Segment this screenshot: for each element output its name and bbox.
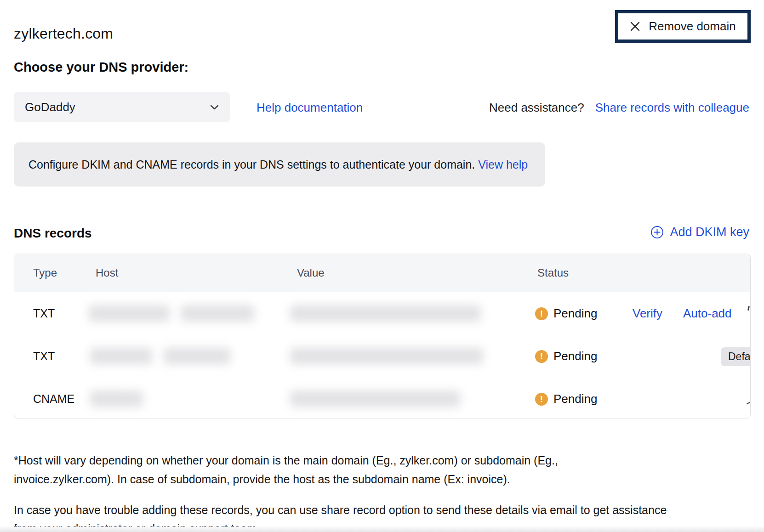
- redacted-host-value: [89, 305, 170, 322]
- share-records-link[interactable]: Share records with colleague: [595, 101, 749, 115]
- close-icon: [630, 21, 640, 32]
- record-type: TXT: [33, 335, 55, 378]
- remove-domain-button[interactable]: Remove domain: [625, 19, 740, 34]
- provider-heading: Choose your DNS provider:: [14, 60, 188, 75]
- table-row: TXT Pending Verify Auto-add: [14, 292, 750, 335]
- redacted-host-value: [181, 305, 254, 322]
- dns-provider-select[interactable]: GoDaddy: [14, 92, 230, 122]
- auto-add-link[interactable]: Auto-add: [683, 292, 732, 335]
- dns-records-heading: DNS records: [14, 226, 92, 241]
- table-header-row: Type Host Value Status: [14, 254, 750, 292]
- dkim-info-banner: Configure DKIM and CNAME records in your…: [14, 142, 545, 187]
- table-row: CNAME Pending: [14, 378, 750, 419]
- assistance-row: Need assistance? Share records with coll…: [489, 101, 749, 115]
- table-row: TXT Pending Default: [14, 335, 750, 378]
- help-documentation-link[interactable]: Help documentation: [257, 101, 363, 115]
- status-badge: Pending: [535, 292, 597, 335]
- host-note-text: *Host will vary depending on whether you…: [14, 451, 657, 489]
- redacted-host-value: [90, 391, 143, 407]
- default-tag: Default: [721, 347, 751, 366]
- verify-link[interactable]: Verify: [633, 292, 662, 335]
- plus-circle-icon: [650, 226, 664, 239]
- edit-icon[interactable]: [746, 394, 751, 404]
- status-text: Pending: [553, 306, 597, 321]
- banner-text: Configure DKIM and CNAME records in your…: [29, 158, 475, 171]
- section-divider: [0, 526, 764, 532]
- record-type: TXT: [33, 292, 55, 335]
- need-assistance-text: Need assistance?: [489, 101, 584, 115]
- redacted-record-value: [290, 391, 460, 407]
- redacted-record-value: [290, 348, 483, 364]
- domain-dns-verification-page: zylkertech.com Remove domain Choose your…: [0, 0, 764, 532]
- column-header-value: Value: [297, 254, 325, 292]
- status-badge: Pending: [535, 378, 597, 419]
- remove-domain-label: Remove domain: [649, 19, 735, 34]
- remove-domain-highlight-box: Remove domain: [615, 10, 751, 43]
- column-header-host: Host: [96, 254, 118, 292]
- dns-provider-selected-value: GoDaddy: [25, 100, 75, 114]
- status-text: Pending: [553, 392, 597, 406]
- column-header-type: Type: [33, 254, 57, 292]
- chevron-down-icon: [210, 105, 219, 110]
- add-dkim-key-label: Add DKIM key: [670, 225, 749, 239]
- clipped-element-fragment: [747, 306, 750, 311]
- record-type: CNAME: [33, 378, 74, 419]
- page-title: zylkertech.com: [14, 25, 113, 42]
- redacted-record-value: [290, 305, 481, 322]
- dns-records-table: Type Host Value Status TXT Pending Verif…: [14, 254, 751, 419]
- pending-alert-icon: [535, 307, 548, 320]
- column-header-status: Status: [537, 254, 569, 292]
- status-badge: Pending: [535, 335, 597, 378]
- redacted-host-value: [90, 348, 152, 364]
- redacted-host-value: [164, 348, 230, 364]
- status-text: Pending: [553, 349, 597, 363]
- pending-alert-icon: [535, 350, 548, 363]
- view-help-link[interactable]: View help: [478, 158, 528, 171]
- pending-alert-icon: [535, 393, 548, 406]
- add-dkim-key-button[interactable]: Add DKIM key: [650, 225, 749, 239]
